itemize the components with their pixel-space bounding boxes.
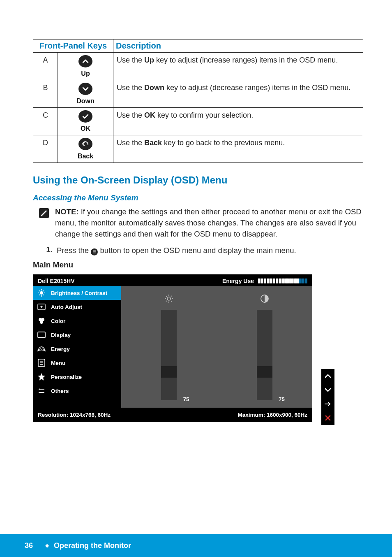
section-subheading-accessing: Accessing the Menu System (33, 193, 363, 202)
osd-menu-energy[interactable]: Energy (33, 342, 121, 356)
menu-icon (37, 358, 46, 367)
contrast-slider[interactable]: 75 (217, 293, 313, 400)
front-panel-keys-table: Front-Panel Keys Description A Up Use th… (33, 39, 363, 163)
key-label: Down (60, 97, 111, 105)
energy-use-bar (258, 278, 307, 283)
energy-use-label: Energy Use (222, 278, 254, 284)
osd-maximum: Maximum: 1600x900, 60Hz (238, 412, 307, 418)
osd-menu-label: Personalize (51, 374, 82, 380)
down-key-icon (78, 83, 92, 95)
osd-enter-button[interactable] (321, 397, 334, 411)
note-label: NOTE: (55, 207, 79, 216)
svg-point-22 (167, 297, 171, 300)
contrast-slider-icon (260, 293, 269, 304)
energy-icon (37, 344, 46, 353)
key-label: OK (60, 125, 111, 132)
table-row: B Down Use the Down key to adjust (decre… (33, 80, 363, 108)
osd-up-button[interactable] (321, 369, 334, 383)
section-heading-osd: Using the On-Screen Display (OSD) Menu (33, 174, 363, 186)
osd-menu-list: Brightness / Contrast Auto Adjust Color (33, 286, 121, 408)
svg-rect-1 (93, 251, 96, 251)
osd-menu-others[interactable]: Others (33, 384, 121, 398)
back-key-icon (78, 138, 92, 150)
menu-button-icon (91, 248, 98, 255)
brightness-value: 75 (183, 396, 189, 402)
brightness-slider[interactable]: 75 (121, 293, 217, 400)
osd-menu-personalize[interactable]: Personalize (33, 370, 121, 384)
svg-line-28 (171, 301, 172, 302)
others-icon (37, 386, 46, 395)
osd-resolution: Resolution: 1024x768, 60Hz (38, 412, 111, 418)
osd-side-buttons (321, 369, 334, 425)
osd-menu-brightness[interactable]: Brightness / Contrast (33, 286, 121, 300)
osd-down-button[interactable] (321, 383, 334, 397)
row-letter: A (33, 53, 58, 80)
osd-menu-menu[interactable]: Menu (33, 356, 121, 370)
table-row: A Up Use the Up key to adjust (increase … (33, 53, 363, 80)
table-row: D Back Use the Back key to go back to th… (33, 135, 363, 163)
row-letter: D (33, 135, 58, 163)
svg-line-10 (43, 295, 44, 295)
contrast-value: 75 (279, 396, 284, 402)
osd-close-button[interactable] (321, 411, 334, 425)
osd-menu-display[interactable]: Display (33, 328, 121, 342)
svg-line-11 (43, 290, 44, 291)
osd-menu-label: Energy (51, 346, 70, 352)
main-menu-heading: Main Menu (33, 260, 363, 269)
table-header-keys: Front-Panel Keys (33, 39, 113, 53)
brightness-slider-icon (164, 293, 174, 304)
svg-line-12 (39, 295, 40, 295)
osd-menu-label: Menu (51, 360, 65, 366)
row-letter: C (33, 108, 58, 135)
svg-rect-2 (93, 252, 96, 253)
osd-menu-label: Others (51, 388, 69, 394)
osd-menu-label: Auto Adjust (51, 304, 82, 310)
osd-menu-label: Brightness / Contrast (51, 290, 107, 296)
step-1: 1. Press the button to open the OSD menu… (45, 245, 363, 256)
table-row: C OK Use the OK key to confirm your sele… (33, 108, 363, 135)
note-text: If you change the settings and then eith… (55, 207, 362, 238)
footer-title: Operating the Monitor (54, 541, 131, 550)
star-icon (37, 372, 46, 381)
osd-sliders-area: 75 75 (121, 286, 312, 408)
color-icon (37, 316, 46, 325)
svg-point-16 (40, 320, 43, 324)
osd-panel: Dell E2015HV Energy Use Brightness / Con… (33, 274, 312, 422)
osd-menu-auto-adjust[interactable]: Auto Adjust (33, 300, 121, 314)
osd-menu-label: Display (51, 332, 71, 338)
svg-line-27 (166, 296, 167, 297)
page-number: 36 (25, 541, 33, 550)
note-block: NOTE: If you change the settings and the… (39, 207, 363, 239)
svg-line-30 (166, 301, 167, 302)
osd-model-label: Dell E2015HV (38, 278, 75, 284)
row-letter: B (33, 80, 58, 108)
display-icon (37, 330, 46, 339)
svg-point-4 (40, 291, 43, 295)
osd-menu-color[interactable]: Color (33, 314, 121, 328)
page-footer: 36 ◆ Operating the Monitor (0, 534, 392, 557)
brightness-icon (37, 288, 46, 297)
svg-line-29 (171, 296, 172, 297)
key-label: Back (60, 153, 111, 160)
pencil-icon (39, 208, 49, 218)
svg-line-9 (39, 290, 40, 291)
table-header-desc: Description (113, 39, 363, 53)
osd-menu-label: Color (51, 318, 65, 324)
svg-rect-3 (93, 253, 96, 253)
ok-key-icon (78, 110, 92, 123)
svg-rect-17 (38, 332, 45, 338)
up-key-icon (78, 55, 92, 67)
auto-adjust-icon (37, 302, 46, 311)
footer-diamond-icon: ◆ (45, 543, 49, 548)
key-label: Up (60, 70, 111, 77)
